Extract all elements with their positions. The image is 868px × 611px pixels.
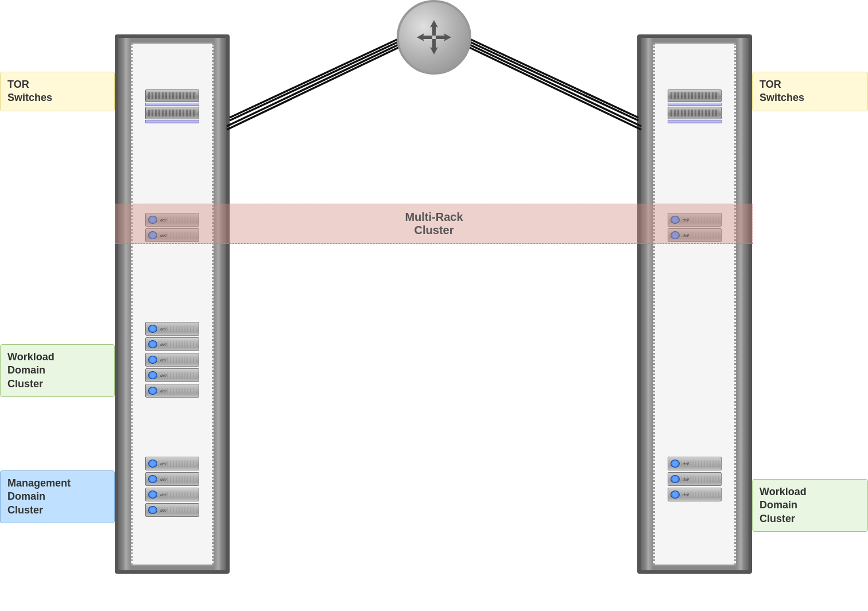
svg-line-0 bbox=[230, 37, 402, 118]
server-left-mgmt-3: dell bbox=[145, 488, 199, 501]
svg-line-6 bbox=[466, 43, 641, 126]
rack-right-inner: dell dell dell dell dell bbox=[653, 42, 736, 566]
server-right-wdc-1: dell bbox=[668, 457, 722, 470]
rack-right-rail-right bbox=[736, 38, 749, 570]
switch-right-1-highlight bbox=[668, 103, 722, 106]
zone-management: ManagementDomainCluster bbox=[0, 470, 115, 523]
zone-management-label: ManagementDomainCluster bbox=[7, 477, 71, 516]
zone-workload-right: WorkloadDomainCluster bbox=[752, 479, 868, 532]
svg-rect-9 bbox=[432, 25, 436, 36]
server-right-wdc-3: dell bbox=[668, 488, 722, 501]
rack-left-rail-left bbox=[118, 38, 131, 570]
svg-line-1 bbox=[230, 40, 402, 120]
rack-left-inner: dell dell dell dell dell dell dell bbox=[131, 42, 214, 566]
rack-right-rail-left bbox=[641, 38, 653, 570]
svg-rect-15 bbox=[436, 36, 446, 39]
svg-line-5 bbox=[466, 40, 638, 120]
server-left-mgmt-1: dell bbox=[145, 457, 199, 470]
zone-workload-left-label: WorkloadDomainCluster bbox=[7, 351, 55, 390]
rack-right: dell dell dell dell dell bbox=[637, 34, 752, 574]
multi-rack-band: Multi-RackCluster bbox=[115, 204, 753, 244]
server-right-wdc-2: dell bbox=[668, 472, 722, 486]
svg-line-4 bbox=[466, 37, 638, 118]
server-left-mgmt-4: dell bbox=[145, 503, 199, 517]
switch-left-2-highlight bbox=[145, 120, 199, 123]
svg-rect-11 bbox=[432, 39, 436, 49]
switch-left-2 bbox=[145, 107, 199, 119]
switch-right-2-highlight bbox=[668, 120, 722, 123]
server-left-wdc-2: dell bbox=[145, 337, 199, 351]
svg-line-7 bbox=[466, 46, 641, 130]
svg-rect-13 bbox=[422, 36, 432, 39]
rack-left: dell dell dell dell dell dell dell bbox=[115, 34, 230, 574]
server-left-wdc-3: dell bbox=[145, 353, 199, 367]
zone-tor-right: TORSwitches bbox=[752, 72, 868, 111]
zone-tor-left-label: TORSwitches bbox=[7, 79, 52, 103]
switch-right-2 bbox=[668, 107, 722, 119]
zone-workload-right-label: WorkloadDomainCluster bbox=[760, 486, 807, 524]
core-router-icon bbox=[397, 0, 471, 75]
switch-left-1-highlight bbox=[145, 103, 199, 106]
zone-workload-left: WorkloadDomainCluster bbox=[0, 344, 115, 397]
zone-tor-left: TORSwitches bbox=[0, 72, 115, 111]
svg-line-3 bbox=[227, 46, 402, 130]
server-left-mgmt-2: dell bbox=[145, 472, 199, 486]
switch-left-1 bbox=[145, 89, 199, 102]
multi-rack-label: Multi-RackCluster bbox=[405, 211, 463, 237]
server-left-wdc-1: dell bbox=[145, 322, 199, 336]
switch-right-1 bbox=[668, 89, 722, 102]
svg-line-2 bbox=[227, 43, 402, 126]
diagram-container: dell dell dell dell dell dell dell bbox=[0, 0, 868, 611]
server-left-wdc-5: dell bbox=[145, 384, 199, 398]
zone-tor-right-label: TORSwitches bbox=[760, 79, 804, 103]
rack-left-rail-right bbox=[214, 38, 226, 570]
server-left-wdc-4: dell bbox=[145, 368, 199, 382]
